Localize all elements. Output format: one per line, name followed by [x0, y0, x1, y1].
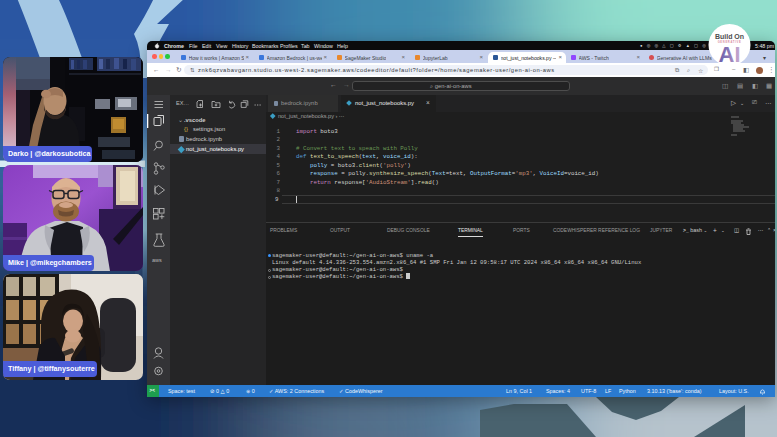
svg-text:AI: AI — [719, 42, 741, 67]
svg-text:aws: aws — [152, 257, 162, 263]
svg-text:Build On: Build On — [715, 33, 744, 40]
